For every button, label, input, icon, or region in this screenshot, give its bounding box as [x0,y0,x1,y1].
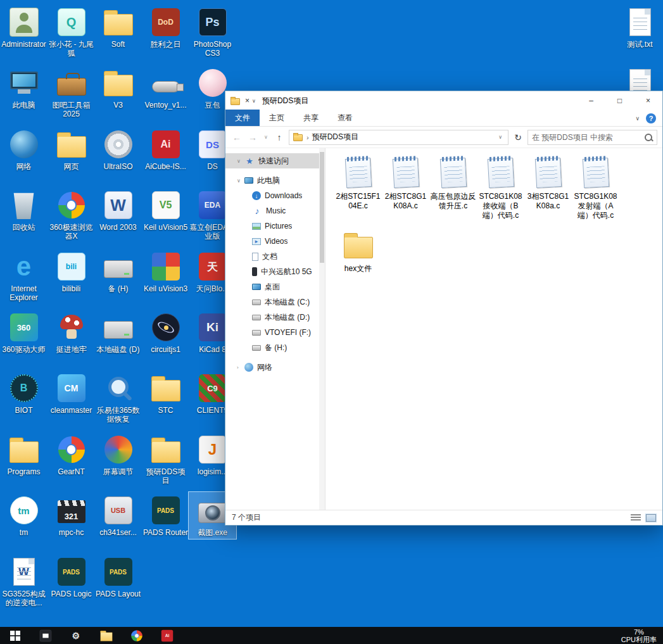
desktop-icon-Programs[interactable]: Programs [0,431,47,478]
breadcrumb[interactable]: 预研DDS项目 [312,132,358,142]
back-icon[interactable]: ← [230,132,243,142]
desktop-icon-测试.txt[interactable]: 测试.txt [616,4,663,51]
desktop-icon-屏幕调节[interactable]: 屏幕调节 [94,431,142,478]
nav-item-桌面[interactable]: 桌面 [225,279,325,294]
desktop-icon-网络[interactable]: 网络 [0,126,47,173]
desktop-icon-V3[interactable]: V3 [94,65,142,111]
nav-item-快速访问[interactable]: ∨★快速访问 [225,153,325,168]
desktop-icon-Soft[interactable]: Soft [94,4,142,51]
forward-icon[interactable]: → [246,132,259,142]
desktop-icon-ch341ser...[interactable]: USBch341ser... [94,492,142,539]
desktop-icon-PADS Logic[interactable]: PADSPADS Logic [47,553,95,600]
taskbar-settings-button[interactable]: ⚙ [61,627,91,644]
file-item-2相STC15F104E.c[interactable]: 2相STC15F104E.c [334,156,382,220]
help-icon[interactable]: ? [646,113,656,123]
minimize-button[interactable]: – [577,91,605,110]
file-item-STC8G1K08发射端（A 端）代码.c[interactable]: STC8G1K08发射端（A 端）代码.c [572,156,619,220]
ribbon-expand-icon[interactable]: ∨ [635,115,640,122]
desktop-icon-SG3525构成的逆变电...[interactable]: WSG3525构成的逆变电... [0,553,47,609]
large-icons-view-icon[interactable] [646,514,656,522]
c-file-icon [392,158,419,188]
desktop-icon-胜利之日[interactable]: DoD胜利之日 [142,4,189,51]
desktop-icon-Ventoy_v1...[interactable]: Ventoy_v1... [142,65,189,111]
desktop-icon-Word 2003[interactable]: WWord 2003 [94,187,142,234]
search-input[interactable] [532,133,644,142]
file-item-2相STC8G1K08A.c[interactable]: 2相STC8G1K08A.c [382,156,429,220]
expander-open-icon[interactable]: ∨ [237,178,243,184]
maximize-button[interactable]: □ [605,91,634,110]
desktop-icon-网页[interactable]: 网页 [47,126,95,173]
desktop-icon-cleanmaster[interactable]: CMcleanmaster [47,370,95,417]
nav-scrollbar-thumb[interactable] [320,152,324,263]
ribbon-tab-查看[interactable]: 查看 [328,110,362,126]
desktop-icon-GearNT[interactable]: GearNT [47,431,95,478]
qat-x-icon[interactable]: × [245,96,249,105]
close-button[interactable]: × [634,91,662,110]
desktop-icon-预研DDS项目[interactable]: 预研DDS项目 [142,431,189,487]
desktop-icon-PADS Layout[interactable]: PADSPADS Layout [94,553,142,600]
nav-item-中兴远航10 5G[interactable]: 中兴远航10 5G [225,264,325,279]
nav-item-Music[interactable]: ♪Music [225,203,325,218]
desktop-icon-bilibili[interactable]: bilibilibili [47,248,95,295]
desktop-icon-360驱动大师[interactable]: 360360驱动大师 [0,309,47,356]
nav-item-本地磁盘 (C:)[interactable]: 本地磁盘 (C:) [225,294,325,310]
desktop-icon-UltraISO[interactable]: UltraISO [94,126,142,173]
title-bar[interactable]: × ∨ 预研DDS项目 – □ × [225,91,662,110]
desktop-icon-STC[interactable]: STC [142,370,189,417]
ribbon-tab-共享[interactable]: 共享 [294,110,328,126]
taskbar-aicube-button[interactable]: Ai [152,627,182,644]
nav-scrollbar[interactable] [319,148,325,510]
nav-item-网络[interactable]: ›网络 [225,360,325,375]
nav-item-文档[interactable]: 文档 [225,249,325,264]
desktop-icon-BIOT[interactable]: BBIOT [0,370,47,417]
ribbon-tab-主页[interactable]: 主页 [260,110,294,126]
nav-item-VTOYEFI (F:)[interactable]: VTOYEFI (F:) [225,325,325,340]
taskbar-start-button[interactable] [0,627,30,644]
nav-item-Pictures[interactable]: Pictures [225,218,325,234]
file-item-高压包原边反馈升压.c[interactable]: 高压包原边反馈升压.c [429,156,477,220]
nav-item-本地磁盘 (D:)[interactable]: 本地磁盘 (D:) [225,310,325,325]
address-bar[interactable]: › 预研DDS项目 ∨ [289,130,508,145]
desktop-icon-备 (H)[interactable]: 备 (H) [94,248,142,295]
nav-item-此电脑[interactable]: ∨此电脑 [225,173,325,188]
desktop-icon-360极速浏览器X[interactable]: 360极速浏览器X [47,187,95,243]
cpu-monitor[interactable]: 7% CPU利用率 [621,628,663,643]
desktop-icon-图吧工具箱2025[interactable]: 图吧工具箱2025 [47,65,95,120]
desktop-icon-label: 360极速浏览器X [48,223,94,241]
expander-open-icon[interactable]: ∨ [237,158,243,164]
desktop-icon-mpc-hc[interactable]: 321mpc-hc [47,492,95,539]
desktop-icon-本地磁盘 (D)[interactable]: 本地磁盘 (D) [94,309,142,356]
desktop-icon-tm[interactable]: tmtm [0,492,47,539]
details-view-icon[interactable] [631,514,641,522]
desktop-icon-Keil uVision3[interactable]: Keil uVision3 [142,248,189,295]
expander-closed-icon[interactable]: › [237,365,243,370]
desktop-icon-此电脑[interactable]: 此电脑 [0,65,47,111]
nav-item-Videos[interactable]: ▸Videos [225,234,325,249]
history-dropdown-icon[interactable]: ∨ [262,134,270,140]
nav-item-备 (H:)[interactable]: 备 (H:) [225,340,325,355]
desktop-icon-PADS Router[interactable]: PADSPADS Router [142,492,189,539]
desktop-icon-PhotoShop CS3[interactable]: PsPhotoShop CS3 [189,4,236,60]
desktop-icon-张小花 - 九尾狐[interactable]: Q张小花 - 九尾狐 [47,4,95,60]
address-dropdown-icon[interactable]: ∨ [496,134,504,140]
ribbon-tab-文件[interactable]: 文件 [225,110,260,126]
search-box[interactable] [527,130,657,145]
file-item-hex文件[interactable]: hex文件 [334,228,382,274]
desktop-icon-Keil uVision5[interactable]: V5Keil uVision5 [142,187,189,234]
taskbar-media-app-button[interactable] [30,627,61,644]
refresh-icon[interactable]: ↻ [512,132,524,142]
up-icon[interactable]: ↑ [273,132,286,142]
taskbar-explorer-button[interactable] [91,627,122,644]
desktop-icon-Internet Explorer[interactable]: eInternet Explorer [0,248,47,304]
desktop-icon-挺进地牢[interactable]: 挺进地牢 [47,309,95,356]
desktop-icon-回收站[interactable]: 回收站 [0,187,47,234]
file-item-STC8G1K08接收端（B 端）代码.c[interactable]: STC8G1K08接收端（B 端）代码.c [477,156,524,220]
desktop-icon-Administrator[interactable]: Administrator [0,4,47,51]
qat-dropdown-icon[interactable]: ∨ [252,98,256,104]
nav-item-Downloads[interactable]: ↓Downloads [225,188,325,203]
file-item-3相STC8G1K08a.c[interactable]: 3相STC8G1K08a.c [524,156,572,220]
taskbar-chrome-button[interactable] [122,627,152,644]
desktop-icon-AiCube-IS...[interactable]: AiAiCube-IS... [142,126,189,173]
desktop-icon-circuitjs1[interactable]: circuitjs1 [142,309,189,356]
desktop-icon-乐易佳365数据恢复[interactable]: 乐易佳365数据恢复 [94,370,142,426]
